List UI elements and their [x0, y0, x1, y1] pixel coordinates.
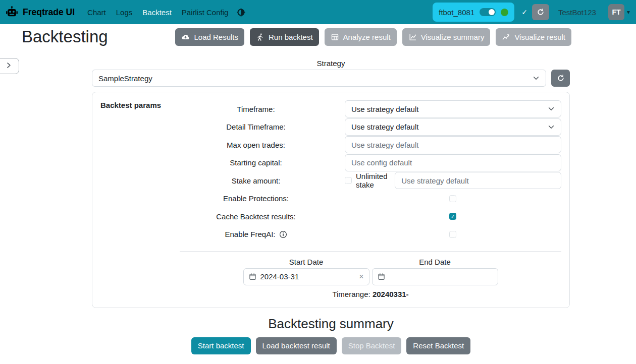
- date-inputs: 2024-03-31 ×: [180, 268, 561, 285]
- cloud-download-icon: [181, 33, 190, 41]
- cache-backtest-results-checkbox[interactable]: ✓: [449, 213, 456, 220]
- divider: [180, 251, 561, 252]
- stop-backtest-button[interactable]: Stop Backtest: [342, 337, 402, 354]
- starting-capital-input[interactable]: [345, 154, 561, 171]
- strategy-label: Strategy: [92, 59, 570, 68]
- backtest-params-form: Timeframe: Use strategy default Detail T…: [180, 100, 561, 298]
- chevron-down-icon: [533, 75, 540, 82]
- navbar-refresh-button[interactable]: [532, 4, 549, 20]
- nav-link-logs[interactable]: Logs: [111, 4, 138, 21]
- backtest-params-card: Backtest params Timeframe: Use strategy …: [92, 92, 570, 308]
- bot-online-dot: [501, 9, 508, 16]
- bot-name: ftbot_8081: [439, 8, 474, 17]
- avatar[interactable]: FT: [608, 4, 624, 20]
- strategy-select[interactable]: SampleStrategy: [92, 70, 546, 87]
- bot-selector-badge[interactable]: ftbot_8081: [433, 3, 514, 22]
- detail-timeframe-select[interactable]: Use strategy default: [345, 118, 561, 136]
- robot-logo-icon: [5, 6, 19, 19]
- starting-capital-row: Starting capital:: [180, 154, 561, 171]
- chevron-right-icon: [6, 62, 12, 70]
- visualize-summary-button[interactable]: Visualize summary: [402, 28, 491, 46]
- chevron-down-icon: [548, 124, 555, 131]
- chevron-down-icon: [548, 105, 555, 112]
- cache-backtest-results-label: Cache Backtest results:: [180, 212, 332, 221]
- date-labels: Start Date End Date: [180, 258, 561, 266]
- enable-protections-row: Enable Protections:: [180, 190, 561, 207]
- sidebar-expand-button[interactable]: [0, 58, 19, 74]
- backtest-params-legend: Backtest params: [100, 100, 180, 298]
- table-icon: [331, 33, 339, 41]
- backtesting-summary-title: Backtesting summary: [92, 316, 570, 332]
- strategy-selected-value: SampleStrategy: [98, 74, 152, 83]
- enable-protections-label: Enable Protections:: [180, 194, 332, 203]
- end-date-label: End Date: [372, 258, 498, 266]
- strategy-refresh-button[interactable]: [551, 70, 570, 87]
- calendar-icon: [249, 273, 256, 280]
- enable-freqai-row: Enable FreqAI:: [180, 226, 561, 243]
- nav-link-chart[interactable]: Chart: [82, 4, 111, 21]
- timeframe-row: Timeframe: Use strategy default: [180, 100, 561, 117]
- stake-amount-input[interactable]: [395, 172, 561, 189]
- max-open-trades-input[interactable]: [345, 136, 561, 153]
- load-results-button[interactable]: Load Results: [175, 28, 244, 46]
- scatter-chart-icon: [502, 33, 510, 41]
- load-backtest-result-button[interactable]: Load backtest result: [256, 337, 337, 354]
- timeframe-label: Timeframe:: [180, 105, 332, 113]
- timerange-value: 20240331-: [373, 290, 409, 298]
- timerange: Timerange: 20240331-: [180, 290, 561, 298]
- brand[interactable]: Freqtrade UI: [5, 6, 75, 19]
- starting-capital-label: Starting capital:: [180, 158, 332, 167]
- calendar-icon: [378, 273, 385, 280]
- detail-timeframe-label: Detail Timeframe:: [180, 123, 332, 131]
- page-header: Backtesting Load Results Run backtest: [22, 28, 571, 46]
- reset-backtest-button[interactable]: Reset Backtest: [406, 337, 470, 354]
- line-chart-icon: [408, 33, 417, 41]
- max-open-trades-label: Max open trades:: [180, 141, 332, 149]
- stake-amount-row: Stake amount: Unlimited stake: [180, 172, 561, 189]
- enable-freqai-label: Enable FreqAI:: [225, 230, 275, 238]
- timerange-label: Timerange:: [332, 290, 372, 298]
- backtesting-main: Strategy SampleStrategy Backtest params …: [92, 59, 570, 354]
- enable-protections-checkbox[interactable]: [449, 195, 456, 202]
- start-date-input[interactable]: 2024-03-31 ×: [243, 268, 369, 285]
- enable-freqai-checkbox[interactable]: [449, 231, 456, 238]
- strategy-row: SampleStrategy: [92, 70, 570, 87]
- nav-link-backtest[interactable]: Backtest: [137, 4, 177, 21]
- summary-buttons: Start backtest Load backtest result Stop…: [92, 337, 570, 354]
- bot-enable-switch[interactable]: [480, 8, 496, 16]
- theme-toggle-icon[interactable]: [236, 8, 246, 17]
- start-backtest-button[interactable]: Start backtest: [191, 337, 251, 354]
- nav-links: Chart Logs Backtest Pairlist Config: [82, 4, 233, 21]
- analyze-result-button[interactable]: Analyze result: [325, 28, 397, 46]
- run-backtest-button[interactable]: Run backtest: [250, 28, 319, 46]
- brand-title: Freqtrade UI: [23, 7, 75, 18]
- header-actions: Load Results Run backtest Analyze result: [175, 28, 571, 46]
- end-date-input[interactable]: [372, 268, 498, 285]
- chevron-down-icon[interactable]: ▾: [627, 9, 630, 16]
- page-title: Backtesting: [22, 28, 108, 46]
- visualize-result-button[interactable]: Visualize result: [496, 28, 571, 46]
- stake-amount-label: Stake amount:: [180, 176, 332, 185]
- navbar: Freqtrade UI Chart Logs Backtest Pairlis…: [0, 0, 636, 24]
- nav-link-pairlist-config[interactable]: Pairlist Config: [177, 4, 234, 21]
- start-date-value: 2024-03-31: [260, 272, 299, 281]
- start-date-label: Start Date: [243, 258, 369, 266]
- check-icon: ✓: [521, 8, 527, 16]
- timeframe-select[interactable]: Use strategy default: [345, 100, 561, 117]
- navbar-right: ftbot_8081 ✓ TestBot123 FT ▾: [433, 3, 630, 22]
- max-open-trades-row: Max open trades:: [180, 136, 561, 153]
- clear-date-icon[interactable]: ×: [359, 272, 363, 281]
- detail-timeframe-row: Detail Timeframe: Use strategy default: [180, 118, 561, 136]
- unlimited-stake-checkbox-label[interactable]: Unlimited stake: [356, 172, 395, 189]
- runner-icon: [256, 33, 264, 41]
- info-icon[interactable]: [279, 230, 287, 238]
- cache-backtest-results-row: Cache Backtest results: ✓: [180, 208, 561, 225]
- bot-label: TestBot123: [558, 8, 596, 17]
- unlimited-stake-checkbox[interactable]: [345, 177, 352, 184]
